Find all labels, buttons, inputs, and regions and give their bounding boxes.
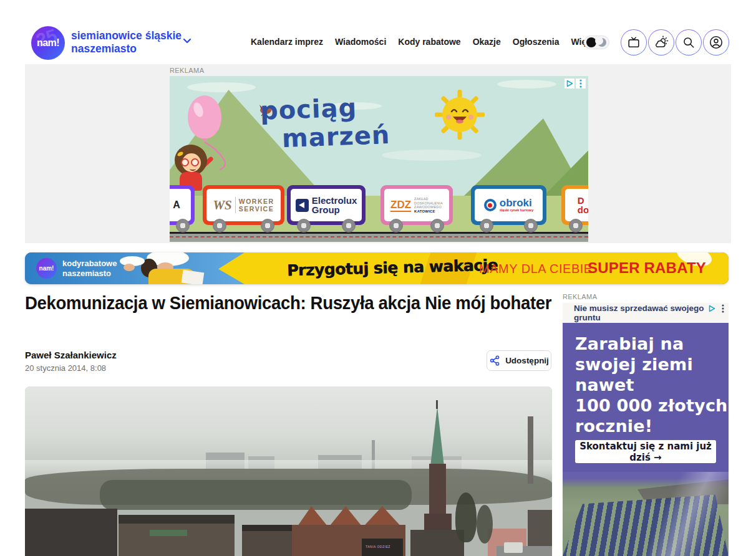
road-strip xyxy=(170,234,588,242)
share-label: Udostępnij xyxy=(505,356,549,365)
shop-sign: TANIA ODZIEŻ xyxy=(366,545,390,549)
obroki-logo-mark xyxy=(484,199,497,211)
electrolux-logo-mark xyxy=(296,199,309,212)
ad-options-icon[interactable] xyxy=(718,304,728,314)
article-image: TANIA ODZIEŻ xyxy=(25,386,552,556)
wagon-a-letter: A xyxy=(173,199,180,211)
wagon-wheel xyxy=(569,219,583,232)
ad-title-line1: pociąg xyxy=(259,93,357,125)
zdz-line4: KATOWICE xyxy=(414,209,443,214)
wagon-wheel xyxy=(342,219,356,232)
cloud-shape xyxy=(382,150,482,161)
sidebar-ad-line4: 100 000 złotych xyxy=(575,396,728,415)
reklama-label: REKLAMA xyxy=(170,67,204,74)
account-icon xyxy=(709,35,724,50)
map-paper xyxy=(182,270,205,284)
worker-service-monogram: WS xyxy=(213,198,231,213)
moon-icon xyxy=(598,38,606,47)
site-header: 25 nam! siemianowice śląskie naszemiasto… xyxy=(0,0,756,64)
factory-chimney xyxy=(528,416,533,484)
sidebar-ad-line3: nawet xyxy=(575,375,634,395)
tree-band xyxy=(100,480,412,510)
building: TANIA ODZIEŻ xyxy=(362,539,403,556)
article-date: 20 stycznia 2014, 8:08 xyxy=(25,363,106,373)
ad-title-line2: marzeń xyxy=(281,120,390,153)
main-nav: Kalendarz imprez Wiadomości Kody rabatow… xyxy=(251,37,608,47)
account-button[interactable] xyxy=(703,29,729,55)
orange-line1: D xyxy=(578,196,588,205)
adchoices-icon[interactable] xyxy=(707,304,717,314)
weather-icon xyxy=(654,35,669,50)
top-banner-ad[interactable]: pociąg marzeń A WS WORKER xyxy=(170,76,588,242)
girl-smile xyxy=(190,167,196,171)
search-button[interactable] xyxy=(676,29,702,55)
wagon-wheel xyxy=(261,219,274,232)
adchoices-controls xyxy=(707,304,728,314)
top-ad-zone: REKLAMA xyxy=(25,64,731,243)
nav-item-ogloszenia[interactable]: Ogłoszenia xyxy=(513,37,560,47)
orange-line2: do xyxy=(578,205,588,214)
ad-options-icon[interactable] xyxy=(576,79,586,89)
nav-item-kalendarz-imprez[interactable]: Kalendarz imprez xyxy=(251,37,323,47)
purple-tint xyxy=(563,472,729,556)
sun-illustration xyxy=(435,90,485,140)
sidebar-ad-line1: Zarabiaj na xyxy=(575,334,684,353)
ad-wagon-a: A xyxy=(170,185,195,225)
church-cross xyxy=(436,400,438,409)
site-title[interactable]: siemianowice śląskie naszemiasto xyxy=(71,29,182,55)
nav-item-okazje[interactable]: Okazje xyxy=(473,37,501,47)
girl-glasses xyxy=(191,158,199,166)
cloud-shape xyxy=(187,82,256,92)
promo-logo: nam! xyxy=(36,258,57,279)
sidebar-ad[interactable]: Nie musisz sprzedawać swojego gruntu Zar… xyxy=(563,303,729,556)
wagon-wheel xyxy=(297,219,311,232)
nav-item-kody-rabatowe[interactable]: Kody rabatowe xyxy=(398,37,460,47)
share-button[interactable]: Udostępnij xyxy=(487,350,551,371)
obroki-name: obroki xyxy=(500,198,533,208)
girl-glasses xyxy=(181,158,189,166)
reklama-label: REKLAMA xyxy=(563,293,597,300)
wagon-wheel xyxy=(480,219,493,232)
adchoices-icon[interactable] xyxy=(565,79,574,89)
worker-line1: WORKER xyxy=(239,198,274,205)
sidebar-ad-line2: swojej ziemi xyxy=(575,355,693,374)
nav-item-wiadomosci[interactable]: Wiadomości xyxy=(335,37,386,47)
sidebar-ad-body: Zarabiaj na swojej ziemi nawet 100 000 z… xyxy=(563,323,729,472)
wagon-wheel xyxy=(176,219,190,232)
road-dashes xyxy=(170,236,588,237)
sidebar-ad-topline-text: Nie musisz sprzedawać swojego gruntu xyxy=(574,304,729,322)
promo-brand-line2: naszemiasto xyxy=(62,269,117,279)
header-icon-buttons xyxy=(621,29,729,55)
wagon-wheel xyxy=(389,219,403,232)
ad-wagon-partial: D do xyxy=(561,185,588,225)
adchoices-controls xyxy=(565,79,586,89)
tree xyxy=(455,492,477,542)
promo-logo-text: nam! xyxy=(39,265,54,272)
tree xyxy=(477,505,493,544)
ad-wagon-obroki: obroki śląski rynek hurtowy xyxy=(471,185,546,225)
theme-toggle[interactable] xyxy=(584,36,609,49)
solar-field-photo xyxy=(563,472,729,556)
zdz-abbr: ZDZ xyxy=(390,199,411,212)
building xyxy=(25,509,117,556)
sidebar-ad-topline: Nie musisz sprzedawać swojego gruntu xyxy=(563,303,729,323)
promo-banner[interactable]: nam! kodyrabatowe naszemiasto Przygotuj … xyxy=(25,252,729,284)
divider xyxy=(235,197,236,213)
weather-button[interactable] xyxy=(648,29,674,55)
ad-wagon-worker-service: WS WORKER SERVICE xyxy=(203,185,284,225)
article-author[interactable]: Paweł Szałankiewicz xyxy=(25,350,117,360)
tv-button[interactable] xyxy=(621,29,647,55)
chevron-down-icon[interactable] xyxy=(183,38,191,44)
sidebar-ad-cta-button[interactable]: Skontaktuj się z nami już dziś → xyxy=(575,440,716,463)
cloud-shape xyxy=(497,80,556,89)
wagon-wheel xyxy=(430,219,444,232)
tv-icon xyxy=(627,36,641,49)
logo-text: nam! xyxy=(37,37,59,49)
article-title: Dekomunizacja w Siemianowicach: Ruszyła … xyxy=(25,292,553,314)
promo-sub-bold: SUPER RABATY xyxy=(588,259,706,277)
sidebar-ad-line5: rocznie! xyxy=(575,416,652,436)
building xyxy=(410,530,464,556)
site-logo[interactable]: 25 nam! xyxy=(31,26,65,60)
white-truck xyxy=(504,542,523,553)
site-title-line2: naszemiasto xyxy=(71,42,182,55)
